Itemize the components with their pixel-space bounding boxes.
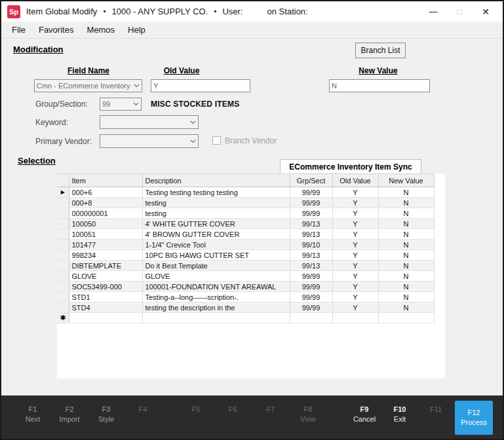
cell-description[interactable]: 1-1/4" Crevice Tool bbox=[142, 240, 290, 250]
table-row[interactable]: 1000504' WHITE GUTTER COVER99/13YN bbox=[57, 219, 434, 229]
cell-newvalue[interactable]: N bbox=[378, 240, 434, 250]
table-row[interactable]: STD1Testing-a--long------scription-.99/9… bbox=[57, 292, 434, 302]
cell-item[interactable]: GLOVE bbox=[69, 271, 142, 282]
fn-key-f12[interactable]: F12Process bbox=[455, 401, 493, 435]
field-name-combobox[interactable]: Cmn - ECommerce Inventory bbox=[34, 79, 142, 92]
cell-newvalue[interactable]: N bbox=[378, 261, 434, 271]
new-value-input[interactable]: N bbox=[329, 79, 430, 92]
cell-oldvalue[interactable]: Y bbox=[332, 229, 378, 240]
cell-grpsect[interactable]: 99/99 bbox=[290, 302, 332, 313]
cell-grpsect[interactable]: 99/13 bbox=[290, 229, 332, 240]
cell-oldvalue[interactable]: Y bbox=[332, 187, 378, 198]
cell-description[interactable]: 100001-FOUNDATION VENT AREAWAL bbox=[142, 282, 290, 292]
cell-description[interactable]: Testing testing testing testing bbox=[142, 187, 290, 198]
menu-help[interactable]: Help bbox=[121, 25, 152, 35]
cell-oldvalue[interactable]: Y bbox=[332, 261, 378, 271]
cell-grpsect[interactable]: 99/10 bbox=[290, 240, 332, 250]
cell-oldvalue[interactable]: Y bbox=[332, 208, 378, 219]
group-section-combobox[interactable]: 99 bbox=[100, 98, 142, 111]
fn-key-f1[interactable]: F1Next bbox=[14, 405, 51, 424]
cell-oldvalue[interactable]: Y bbox=[332, 198, 378, 208]
fn-key-f3[interactable]: F3Style bbox=[88, 405, 125, 424]
cell-item[interactable]: 998234 bbox=[69, 250, 142, 261]
cell-oldvalue[interactable]: Y bbox=[332, 292, 378, 302]
fn-key-f8[interactable]: F8View bbox=[290, 405, 326, 424]
cell-newvalue[interactable]: N bbox=[378, 302, 434, 313]
column-header-description[interactable]: Description bbox=[142, 174, 290, 187]
row-selector[interactable] bbox=[57, 208, 69, 219]
cell-oldvalue[interactable]: Y bbox=[332, 250, 378, 261]
row-selector[interactable] bbox=[57, 219, 69, 229]
empty-cell[interactable] bbox=[69, 313, 142, 323]
cell-item[interactable]: 000000001 bbox=[69, 208, 142, 219]
table-row[interactable]: 1014771-1/4" Crevice Tool99/10YN bbox=[57, 240, 434, 250]
cell-grpsect[interactable]: 99/99 bbox=[290, 208, 332, 219]
empty-cell[interactable] bbox=[142, 313, 290, 323]
primary-vendor-combobox[interactable] bbox=[100, 134, 199, 148]
cell-newvalue[interactable]: N bbox=[378, 198, 434, 208]
menu-file[interactable]: File bbox=[5, 25, 32, 35]
cell-item[interactable]: STD4 bbox=[69, 302, 142, 313]
row-selector[interactable] bbox=[57, 240, 69, 250]
minimize-button[interactable]: — bbox=[420, 1, 446, 22]
cell-grpsect[interactable]: 99/99 bbox=[290, 282, 332, 292]
cell-oldvalue[interactable]: Y bbox=[332, 240, 378, 250]
cell-description[interactable]: 4' WHITE GUTTER COVER bbox=[142, 219, 290, 229]
cell-newvalue[interactable]: N bbox=[378, 292, 434, 302]
cell-item[interactable]: SOC53499-000 bbox=[69, 282, 142, 292]
fn-key-f2[interactable]: F2Import bbox=[51, 405, 88, 424]
cell-newvalue[interactable]: N bbox=[378, 229, 434, 240]
cell-oldvalue[interactable]: Y bbox=[332, 302, 378, 313]
menu-memos[interactable]: Memos bbox=[80, 25, 121, 35]
cell-description[interactable]: Do it Best Template bbox=[142, 261, 290, 271]
table-row[interactable]: DIBTEMPLATEDo it Best Template99/13YN bbox=[57, 261, 434, 271]
new-row[interactable]: ✱ bbox=[57, 313, 434, 323]
table-row[interactable]: 99823410PC BIG HAWG CUTTER SET99/13YN bbox=[57, 250, 434, 261]
cell-item[interactable]: 100050 bbox=[69, 219, 142, 229]
empty-cell[interactable] bbox=[378, 313, 434, 323]
table-row[interactable]: 1000514' BROWN GUTTER COVER99/13YN bbox=[57, 229, 434, 240]
cell-oldvalue[interactable]: Y bbox=[332, 282, 378, 292]
branch-list-button[interactable]: Branch List bbox=[355, 43, 406, 58]
cell-grpsect[interactable]: 99/13 bbox=[290, 250, 332, 261]
column-header-item[interactable]: Item bbox=[69, 174, 142, 187]
cell-item[interactable]: DIBTEMPLATE bbox=[69, 261, 142, 271]
table-row[interactable]: GLOVEGLOVE99/99YN bbox=[57, 271, 434, 282]
cell-description[interactable]: testing the description in the bbox=[142, 302, 290, 313]
cell-newvalue[interactable]: N bbox=[378, 250, 434, 261]
keyword-combobox[interactable] bbox=[100, 115, 199, 129]
cell-grpsect[interactable]: 99/99 bbox=[290, 187, 332, 198]
cell-newvalue[interactable]: N bbox=[378, 271, 434, 282]
fn-key-f9[interactable]: F9Cancel bbox=[346, 405, 383, 424]
row-selector[interactable] bbox=[57, 261, 69, 271]
row-selector[interactable] bbox=[57, 198, 69, 208]
column-header-oldvalue[interactable]: Old Value bbox=[332, 174, 378, 187]
table-row[interactable]: 000000001testing99/99YN bbox=[57, 208, 434, 219]
cell-grpsect[interactable]: 99/99 bbox=[290, 292, 332, 302]
table-row[interactable]: SOC53499-000100001-FOUNDATION VENT AREAW… bbox=[57, 282, 434, 292]
cell-newvalue[interactable]: N bbox=[378, 219, 434, 229]
table-row[interactable]: ▶000+6Testing testing testing testing99/… bbox=[57, 187, 434, 198]
cell-grpsect[interactable]: 99/13 bbox=[290, 219, 332, 229]
table-row[interactable]: STD4testing the description in the99/99Y… bbox=[57, 302, 434, 313]
row-selector[interactable] bbox=[57, 250, 69, 261]
cell-description[interactable]: 10PC BIG HAWG CUTTER SET bbox=[142, 250, 290, 261]
empty-cell[interactable] bbox=[290, 313, 332, 323]
cell-oldvalue[interactable]: Y bbox=[332, 271, 378, 282]
old-value-input[interactable]: Y bbox=[151, 79, 250, 92]
row-selector[interactable] bbox=[57, 229, 69, 240]
row-selector[interactable] bbox=[57, 302, 69, 313]
row-selector[interactable] bbox=[57, 292, 69, 302]
cell-grpsect[interactable]: 99/99 bbox=[290, 271, 332, 282]
cell-newvalue[interactable]: N bbox=[378, 208, 434, 219]
fn-key-f10[interactable]: F10Exit bbox=[381, 405, 418, 424]
cell-item[interactable]: 100051 bbox=[69, 229, 142, 240]
column-header-newvalue[interactable]: New Value bbox=[378, 174, 434, 187]
column-header-grpsect[interactable]: Grp/Sect bbox=[290, 174, 332, 187]
menu-favorites[interactable]: Favorites bbox=[32, 25, 80, 35]
cell-oldvalue[interactable]: Y bbox=[332, 219, 378, 229]
table-row[interactable]: 000+8testing99/99YN bbox=[57, 198, 434, 208]
cell-description[interactable]: Testing-a--long------scription-. bbox=[142, 292, 290, 302]
current-row-indicator[interactable]: ▶ bbox=[57, 187, 69, 198]
cell-description[interactable]: testing bbox=[142, 208, 290, 219]
